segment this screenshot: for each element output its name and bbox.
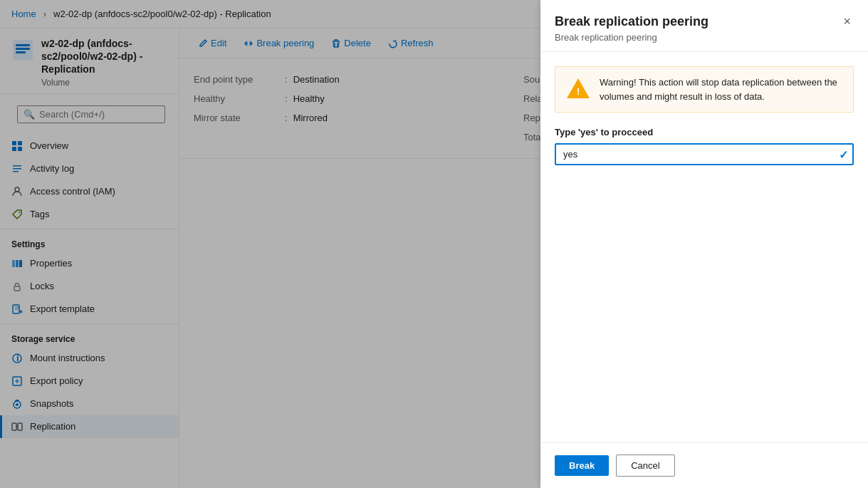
panel-body: ! Warning! This action will stop data re…	[540, 52, 868, 442]
yes-field: Type 'yes' to procceed ✓	[555, 127, 854, 165]
check-icon: ✓	[839, 147, 848, 161]
overlay-backdrop: Break replication peering Break replicat…	[0, 0, 868, 488]
panel-subtitle: Break replication peering	[555, 32, 708, 43]
warning-icon: !	[565, 76, 591, 101]
panel-header: Break replication peering Break replicat…	[540, 0, 868, 52]
warning-text: Warning! This action will stop data repl…	[600, 76, 843, 103]
panel-footer: Break Cancel	[540, 442, 868, 488]
side-panel: Break replication peering Break replicat…	[540, 0, 868, 488]
panel-title: Break replication peering	[555, 14, 708, 29]
cancel-button[interactable]: Cancel	[616, 455, 674, 477]
break-button[interactable]: Break	[555, 455, 609, 476]
yes-input[interactable]	[555, 143, 854, 165]
warning-box: ! Warning! This action will stop data re…	[555, 66, 854, 113]
input-wrapper: ✓	[555, 143, 854, 165]
svg-text:!: !	[577, 86, 580, 97]
field-label: Type 'yes' to procceed	[555, 127, 854, 137]
panel-close-button[interactable]: ×	[840, 14, 854, 29]
